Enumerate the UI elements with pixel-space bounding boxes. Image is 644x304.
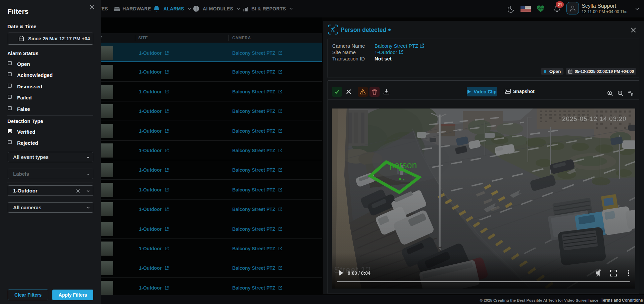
svg-text:2025-05-12 14:03:20: 2025-05-12 14:03:20 (562, 115, 627, 122)
svg-text:person: person (389, 160, 417, 170)
svg-text:0:00 / 0:04: 0:00 / 0:04 (348, 270, 370, 276)
